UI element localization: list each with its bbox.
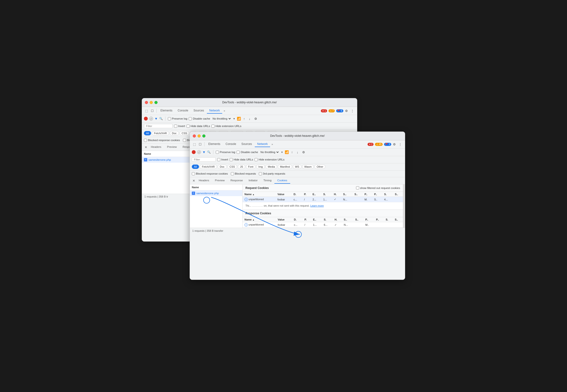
hide-data-urls-label-back[interactable]: Hide data URLs — [187, 125, 210, 128]
hide-ext-urls-label-back[interactable]: Hide extension URLs — [211, 125, 241, 128]
type-other-front[interactable]: Other — [314, 165, 325, 169]
type-media-front[interactable]: Media — [266, 165, 277, 169]
tab-network-back[interactable]: Network — [207, 108, 222, 114]
file-item-front[interactable]: ≡ samesitenone.php — [190, 190, 242, 196]
blocked-resp-label-back[interactable]: Blocked response cookies — [144, 139, 180, 142]
panel-tab-headers-front[interactable]: Headers — [196, 178, 212, 184]
blocked-resp-cb-back[interactable] — [144, 139, 147, 142]
download-btn-back[interactable]: ↓ — [248, 116, 252, 121]
tab-more-back[interactable]: » — [223, 108, 226, 113]
settings2-btn-back[interactable]: ⚙ — [253, 116, 258, 121]
preserve-log-cb-front[interactable] — [216, 151, 219, 154]
cancel-btn-front[interactable]: ∅ — [197, 150, 201, 154]
show-filtered-label-front[interactable]: show filtered out request cookies — [356, 186, 400, 189]
blocked-req-cb-back[interactable] — [183, 139, 186, 142]
type-doc-back[interactable]: Doc — [170, 131, 179, 135]
learn-more-link-front[interactable]: Learn more — [310, 204, 324, 207]
device-toggle-back[interactable]: ☐ — [150, 108, 155, 113]
close-button-front[interactable] — [193, 134, 196, 138]
tab-more-front[interactable]: » — [270, 142, 274, 147]
panel-tab-timing-front[interactable]: Timing — [261, 178, 274, 184]
blocked-resp-label-front[interactable]: Blocked response cookies — [192, 172, 228, 175]
more-btn-back[interactable]: ⋮ — [350, 108, 355, 113]
panel-tab-preview-front[interactable]: Preview — [212, 178, 227, 184]
invert-cb-back[interactable] — [174, 125, 177, 128]
tab-sources-back[interactable]: Sources — [191, 108, 206, 114]
blocked-req-cb-front[interactable] — [231, 172, 234, 175]
type-wasm-front[interactable]: Wasm — [302, 165, 314, 169]
filter-icon-back[interactable]: ▼ — [154, 117, 158, 121]
req-row-1-front[interactable]: i unpartitioned foobar c... / 2... 1... … — [242, 196, 403, 202]
panel-tab-headers-back[interactable]: Headers — [148, 144, 164, 150]
cancel-btn-back[interactable]: ∅ — [149, 117, 153, 121]
more-btn-front[interactable]: ⋮ — [398, 142, 403, 147]
type-doc-front[interactable]: Doc — [218, 165, 227, 169]
tab-elements-front[interactable]: Elements — [206, 141, 223, 147]
settings2-btn-front[interactable]: ⚙ — [301, 150, 306, 155]
filter-input-front[interactable] — [192, 157, 216, 162]
type-css-front[interactable]: CSS — [227, 165, 237, 169]
blocked-req-label-front[interactable]: Blocked requests — [231, 172, 256, 175]
pointer-tool-back[interactable]: ⬚ — [144, 108, 149, 113]
disable-cache-cb-front[interactable] — [237, 151, 240, 154]
3rd-party-cb-front[interactable] — [259, 172, 262, 175]
upload-btn-front[interactable]: ↑ — [290, 150, 294, 155]
close-panel-btn-back[interactable]: ✕ — [144, 145, 148, 150]
3rd-party-label-front[interactable]: 3rd-party requests — [259, 172, 285, 175]
file-item-back[interactable]: ≡ samesitenone.php — [142, 157, 190, 163]
close-button-back[interactable] — [145, 101, 148, 104]
panel-tab-cookies-front[interactable]: Cookies — [274, 178, 290, 184]
preserve-log-label-back[interactable]: Preserve log — [168, 117, 187, 120]
disable-cache-label-front[interactable]: Disable cache — [237, 151, 258, 154]
hide-ext-urls-cb-back[interactable] — [211, 125, 215, 128]
maximize-button-front[interactable] — [202, 134, 206, 138]
type-all-front[interactable]: All — [192, 165, 199, 169]
throttle-select-back[interactable]: No throttling — [212, 117, 232, 120]
tab-console-back[interactable]: Console — [175, 108, 191, 114]
search-icon-back[interactable]: 🔍 — [159, 117, 163, 120]
tab-elements-back[interactable]: Elements — [158, 108, 175, 114]
tab-sources-front[interactable]: Sources — [239, 141, 254, 147]
hide-ext-urls-label-front[interactable]: Hide extension URLs — [254, 158, 284, 161]
hide-data-urls-cb-back[interactable] — [187, 125, 190, 128]
disable-cache-label-back[interactable]: Disable cache — [189, 117, 210, 120]
blocked-resp-cb-front[interactable] — [192, 172, 195, 175]
type-fetch-front[interactable]: Fetch/XHR — [200, 165, 217, 169]
preserve-log-cb-back[interactable] — [168, 117, 171, 120]
filter-input-back[interactable] — [144, 124, 173, 128]
minimize-button-front[interactable] — [197, 134, 201, 138]
type-js-front[interactable]: JS — [238, 165, 245, 169]
invert-label-front[interactable]: Invert — [217, 158, 228, 161]
type-img-front[interactable]: Img — [256, 165, 265, 169]
panel-tab-initiator-front[interactable]: Initiator — [246, 178, 261, 184]
hide-ext-urls-cb-front[interactable] — [254, 158, 258, 161]
type-css-back[interactable]: CSS — [179, 131, 189, 135]
invert-label-back[interactable]: Invert — [174, 125, 185, 128]
record-btn-back[interactable] — [144, 117, 148, 121]
type-ws-front[interactable]: WS — [293, 165, 301, 169]
scrollbar-front[interactable] — [403, 184, 405, 228]
tab-console-front[interactable]: Console — [223, 141, 239, 147]
device-toggle-front[interactable]: ☐ — [197, 142, 203, 147]
record-btn-front[interactable] — [192, 150, 196, 154]
disable-cache-cb-back[interactable] — [189, 117, 192, 120]
type-all-back[interactable]: All — [144, 131, 151, 135]
maximize-button-back[interactable] — [154, 101, 158, 104]
hide-data-urls-cb-front[interactable] — [230, 158, 233, 161]
tab-network-front[interactable]: Network — [255, 141, 270, 147]
invert-cb-front[interactable] — [217, 158, 220, 161]
type-manifest-front[interactable]: Manifest — [278, 165, 292, 169]
download-btn-front[interactable]: ↓ — [296, 150, 299, 155]
preserve-log-label-front[interactable]: Preserve log — [216, 151, 235, 154]
pointer-tool-front[interactable]: ⬚ — [192, 142, 197, 147]
res-row-1-front[interactable]: i unpartitioned foobar c... / 1... 6... … — [242, 222, 403, 228]
minimize-button-back[interactable] — [150, 101, 153, 104]
type-font-front[interactable]: Font — [246, 165, 255, 169]
type-fetch-back[interactable]: Fetch/XHR — [152, 131, 169, 135]
filter-icon-front[interactable]: ▼ — [202, 150, 206, 154]
close-panel-btn-front[interactable]: ✕ — [192, 178, 196, 183]
search-icon-front[interactable]: 🔍 — [207, 150, 211, 154]
settings-btn-front[interactable]: ⚙ — [392, 142, 397, 147]
panel-tab-response-front[interactable]: Response — [227, 178, 246, 184]
throttle-select-front[interactable]: No throttling — [260, 150, 279, 154]
